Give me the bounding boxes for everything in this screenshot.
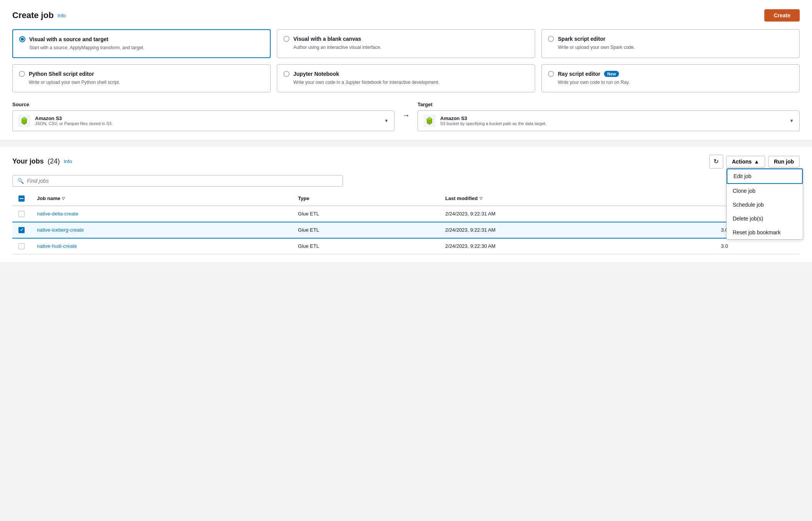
source-dropdown-arrow: ▼: [384, 118, 389, 124]
job-link-native-iceberg-create[interactable]: native-iceberg-create: [37, 227, 84, 233]
jobs-header: Your jobs (24) Info ↻ Actions ▲ Edit job…: [12, 155, 800, 169]
th-checkbox: [12, 192, 31, 206]
option-python-desc: Write or upload your own Python shell sc…: [29, 79, 264, 86]
option-visual-blank-canvas-desc: Author using an interactive visual inter…: [293, 44, 529, 51]
option-spark-desc: Write or upload your own Spark code.: [558, 44, 793, 51]
row3-checkbox[interactable]: [18, 243, 25, 249]
actions-arrow-up-icon: ▲: [754, 159, 759, 165]
td-job-name-2: native-iceberg-create: [31, 222, 292, 238]
td-type-1: Glue ETL: [292, 206, 439, 222]
th-last-modified: Last modified ▽: [439, 192, 715, 206]
source-target-row: Source Amazon S3 JSON, CSV, or Parquet f…: [12, 102, 800, 131]
target-select[interactable]: Amazon S3 S3 bucket by specifying a buck…: [418, 110, 800, 131]
option-python-shell[interactable]: Python Shell script editor Write or uplo…: [12, 64, 271, 92]
dropdown-item-delete-jobs[interactable]: Delete job(s): [727, 212, 803, 225]
job-link-native-delta-create[interactable]: native-delta-create: [37, 211, 78, 217]
job-link-native-hudi-create[interactable]: native-hudi-create: [37, 243, 77, 249]
jobs-info-link[interactable]: Info: [64, 159, 72, 164]
option-spark-script-editor[interactable]: Spark script editor Write or upload your…: [541, 29, 800, 58]
s3-source-icon: [18, 115, 30, 127]
jobs-table-header-row: Job name ▽ Type Last modified ▽: [12, 192, 800, 206]
th-type: Type: [292, 192, 439, 206]
job-options-grid: Visual with a source and target Start wi…: [12, 29, 800, 92]
dropdown-item-clone-job[interactable]: Clone job: [727, 184, 803, 198]
svg-point-3: [427, 118, 432, 120]
jobs-title: Your jobs: [12, 157, 44, 165]
option-visual-blank-canvas[interactable]: Visual with a blank canvas Author using …: [277, 29, 535, 58]
td-last-modified-3: 2/24/2023, 9:22:30 AM: [439, 238, 715, 254]
target-dropdown-arrow: ▼: [789, 118, 794, 124]
search-box[interactable]: 🔍: [12, 175, 343, 187]
create-job-info-link[interactable]: Info: [58, 13, 66, 18]
radio-jupyter-notebook[interactable]: [283, 71, 290, 77]
option-ray-desc: Write your own code to run on Ray.: [558, 79, 793, 86]
td-type-3: Glue ETL: [292, 238, 439, 254]
s3-target-icon: [423, 115, 436, 127]
table-row: native-delta-create Glue ETL 2/24/2023, …: [12, 206, 800, 222]
select-all-checkbox[interactable]: [18, 195, 25, 202]
refresh-button[interactable]: ↻: [709, 155, 723, 169]
job-name-sort-icon[interactable]: ▽: [62, 196, 65, 200]
source-title: Amazon S3: [35, 115, 379, 121]
option-jupyter-notebook[interactable]: Jupyter Notebook Write your own code in …: [277, 64, 535, 92]
option-jupyter-title: Jupyter Notebook: [293, 71, 339, 77]
create-job-section: Create job Info Create Visual with a sou…: [0, 0, 812, 141]
jobs-title-group: Your jobs (24) Info: [12, 157, 72, 165]
option-jupyter-desc: Write your own code in a Jupyter Noteboo…: [293, 79, 529, 86]
th-job-name: Job name ▽: [31, 192, 292, 206]
actions-button[interactable]: Actions ▲: [726, 156, 765, 167]
dropdown-item-schedule-job[interactable]: Schedule job: [727, 198, 803, 212]
search-row: 🔍 ⚙: [12, 175, 800, 187]
option-ray-script-editor[interactable]: Ray script editor New Write your own cod…: [541, 64, 800, 92]
jobs-count: (24): [48, 157, 60, 165]
last-modified-sort-icon[interactable]: ▽: [479, 196, 483, 200]
option-visual-source-target[interactable]: Visual with a source and target Start wi…: [12, 29, 271, 58]
radio-ray-script-editor[interactable]: [548, 71, 554, 77]
td-job-name-1: native-delta-create: [31, 206, 292, 222]
option-visual-source-target-desc: Start with a source, ApplyMapping transf…: [29, 45, 264, 51]
table-row: native-hudi-create Glue ETL 2/24/2023, 9…: [12, 238, 800, 254]
target-group: Target Amazon S3 S3 bucket by specifying…: [418, 102, 800, 131]
radio-visual-blank-canvas[interactable]: [283, 36, 290, 42]
jobs-table-head: Job name ▽ Type Last modified ▽: [12, 192, 800, 206]
th-last-modified-label: Last modified: [445, 195, 478, 201]
search-icon: 🔍: [17, 178, 24, 184]
run-job-button[interactable]: Run job: [768, 156, 800, 167]
create-job-title: Create job: [12, 10, 54, 20]
radio-spark-script-editor[interactable]: [548, 36, 554, 42]
actions-container: Actions ▲ Edit job Clone job Schedule jo…: [726, 156, 765, 167]
source-select[interactable]: Amazon S3 JSON, CSV, or Parquet files st…: [12, 110, 394, 131]
row2-checkbox[interactable]: [18, 227, 25, 233]
actions-dropdown-menu: Edit job Clone job Schedule job Delete j…: [726, 168, 803, 240]
td-checkbox-1: [12, 206, 31, 222]
option-python-title: Python Shell script editor: [29, 71, 94, 77]
td-job-name-3: native-hudi-create: [31, 238, 292, 254]
your-jobs-section: Your jobs (24) Info ↻ Actions ▲ Edit job…: [0, 147, 812, 262]
dropdown-item-reset-bookmark[interactable]: Reset job bookmark: [727, 225, 803, 239]
search-input[interactable]: [27, 178, 338, 184]
source-label: Source: [12, 102, 394, 107]
create-job-title-group: Create job Info: [12, 10, 66, 20]
svg-point-1: [22, 118, 27, 120]
td-type-2: Glue ETL: [292, 222, 439, 238]
new-badge: New: [604, 71, 619, 77]
td-last-modified-2: 2/24/2023, 9:22:31 AM: [439, 222, 715, 238]
th-job-name-label: Job name: [37, 195, 60, 201]
row1-checkbox[interactable]: [18, 211, 25, 217]
connector-arrow: →: [394, 102, 418, 120]
source-group: Source Amazon S3 JSON, CSV, or Parquet f…: [12, 102, 394, 131]
td-checkbox-2: [12, 222, 31, 238]
target-title: Amazon S3: [440, 115, 785, 121]
td-extra-3: 3.0: [715, 238, 800, 254]
create-button[interactable]: Create: [764, 9, 800, 22]
dropdown-item-edit-job[interactable]: Edit job: [727, 169, 803, 184]
option-visual-blank-canvas-title: Visual with a blank canvas: [293, 36, 361, 42]
jobs-table-body: native-delta-create Glue ETL 2/24/2023, …: [12, 206, 800, 254]
source-desc: JSON, CSV, or Parquet files stored in S3…: [35, 121, 379, 126]
radio-visual-source-target[interactable]: [19, 36, 25, 42]
option-spark-title: Spark script editor: [558, 36, 606, 42]
create-job-header: Create job Info Create: [12, 9, 800, 22]
td-last-modified-1: 2/24/2023, 9:22:31 AM: [439, 206, 715, 222]
radio-python-shell[interactable]: [19, 71, 25, 77]
option-visual-source-target-title: Visual with a source and target: [29, 36, 108, 42]
